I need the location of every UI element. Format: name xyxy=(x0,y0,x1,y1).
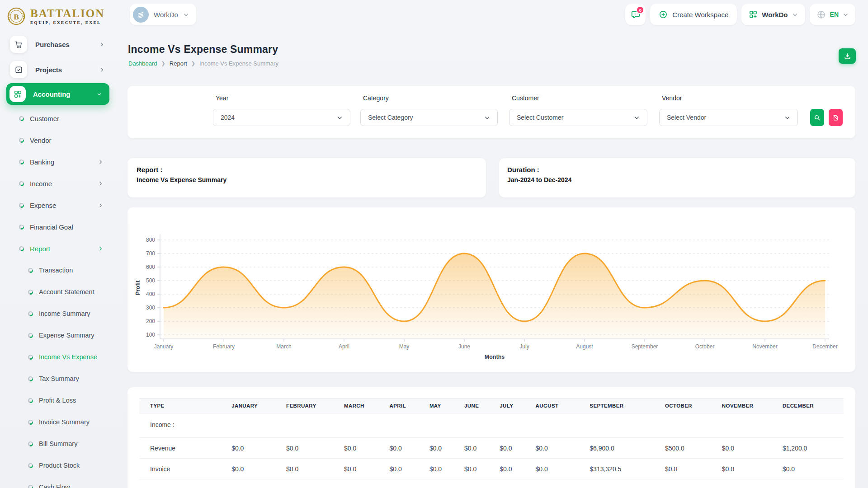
cell-value: $0.0 xyxy=(231,438,286,459)
workspace-selector[interactable]: WorkDo xyxy=(130,4,196,25)
cell-value: $0.0 xyxy=(783,459,844,479)
svg-text:300: 300 xyxy=(146,305,155,311)
sidebar-item-label: Financial Goal xyxy=(30,223,73,231)
svg-text:September: September xyxy=(632,343,658,350)
bullet-icon xyxy=(19,160,24,164)
chevron-right-icon xyxy=(99,67,104,72)
sidebar-item-customer[interactable]: Customer xyxy=(0,108,116,129)
year-label: Year xyxy=(216,94,228,102)
workspace-label: WorkDo xyxy=(154,11,178,19)
bullet-icon xyxy=(28,355,33,360)
table-body: Income :Revenue$0.0$0.0$0.0$0.0$0.0$0.0$… xyxy=(139,413,844,488)
sidebar-item-product-stock[interactable]: Product Stock xyxy=(0,455,116,476)
apply-filters-button[interactable] xyxy=(810,109,824,126)
group-row-expense: Expense : xyxy=(139,479,844,488)
customer-select[interactable]: Select Customer xyxy=(509,109,647,126)
sidebar-item-label: Expense Summary xyxy=(39,332,94,339)
sidebar-item-income-summary[interactable]: Income Summary xyxy=(0,303,116,324)
duration-card-value: Jan-2024 to Dec-2024 xyxy=(507,176,847,183)
sidebar-item-transaction[interactable]: Transaction xyxy=(0,259,116,281)
report-card-title: Report : xyxy=(137,166,477,174)
chevron-down-icon xyxy=(843,12,849,18)
download-icon xyxy=(844,52,851,60)
download-button[interactable] xyxy=(839,48,856,64)
sidebar-item-purchases[interactable]: Purchases xyxy=(0,32,116,57)
battalion-emblem-icon: B xyxy=(6,6,26,26)
row-type-label: Revenue xyxy=(139,438,231,459)
sidebar-item-financial-goal[interactable]: Financial Goal xyxy=(0,216,116,238)
breadcrumb: Dashboard ❯ Report ❯ Income Vs Expense S… xyxy=(128,60,278,67)
chevron-down-icon xyxy=(784,115,790,121)
column-header-march: MARCH xyxy=(344,399,390,413)
category-select[interactable]: Select Category xyxy=(360,109,498,126)
svg-text:February: February xyxy=(213,343,235,350)
sidebar-item-label: Tax Summary xyxy=(39,375,79,382)
report-card-value: Income Vs Expense Summary xyxy=(137,176,477,183)
svg-text:June: June xyxy=(458,343,470,350)
x-axis-title: Months xyxy=(485,354,505,360)
sidebar-item-projects[interactable]: Projects xyxy=(0,57,116,82)
svg-text:400: 400 xyxy=(146,291,155,297)
table-head: TYPEJANUARYFEBRUARYMARCHAPRILMAYJUNEJULY… xyxy=(139,399,844,413)
duration-summary-card: Duration : Jan-2024 to Dec-2024 xyxy=(499,158,855,197)
breadcrumb-report[interactable]: Report xyxy=(170,60,187,67)
sidebar-item-profit-loss[interactable]: Profit & Loss xyxy=(0,389,116,411)
sidebar-item-account-statement[interactable]: Account Statement xyxy=(0,281,116,303)
gridplus-icon xyxy=(9,86,26,102)
sidebar-item-income[interactable]: Income xyxy=(0,173,116,194)
sidebar-item-accounting[interactable]: Accounting xyxy=(6,83,109,105)
sidebar-item-label: Bill Summary xyxy=(39,440,77,447)
column-header-june: JUNE xyxy=(464,399,500,413)
column-header-may: MAY xyxy=(429,399,464,413)
cell-value: $500.0 xyxy=(665,438,722,459)
create-workspace-button[interactable]: Create Workspace xyxy=(650,4,737,25)
chevron-right-icon xyxy=(98,181,103,186)
sidebar-item-banking[interactable]: Banking xyxy=(0,151,116,173)
row-type-label: Invoice xyxy=(139,459,231,479)
breadcrumb-dashboard[interactable]: Dashboard xyxy=(128,60,157,67)
chevron-down-icon xyxy=(792,12,798,18)
category-label: Category xyxy=(363,94,389,102)
workdo-menu-label: WorkDo xyxy=(762,11,788,19)
column-header-september: SEPTEMBER xyxy=(590,399,665,413)
chevron-right-icon xyxy=(99,42,104,47)
cell-value: $0.0 xyxy=(535,459,590,479)
group-label: Income : xyxy=(139,413,844,438)
year-select[interactable]: 2024 xyxy=(213,109,350,126)
sidebar-item-expense[interactable]: Expense xyxy=(0,194,116,216)
table-row-invoice: Invoice$0.0$0.0$0.0$0.0$0.0$0.0$0.0$0.0$… xyxy=(139,459,844,479)
sidebar-item-vendor[interactable]: Vendor xyxy=(0,129,116,151)
column-header-august: AUGUST xyxy=(535,399,590,413)
reset-filters-button[interactable] xyxy=(829,109,843,126)
file-slash-icon xyxy=(832,114,839,121)
cell-value: $0.0 xyxy=(429,459,464,479)
brand-name: BATTALION xyxy=(30,8,104,19)
svg-text:May: May xyxy=(399,343,410,350)
bullet-icon xyxy=(28,268,33,273)
vendor-select[interactable]: Select Vendor xyxy=(659,109,798,126)
sidebar-item-cash-flow[interactable]: Cash Flow xyxy=(0,476,116,488)
cell-value: $0.0 xyxy=(722,459,783,479)
sidebar-item-label: Banking xyxy=(30,158,54,166)
brand-logo[interactable]: B BATTALION EQUIP, EXECUTE, EXEL xyxy=(6,5,119,28)
cell-value: $0.0 xyxy=(344,438,390,459)
chevron-down-icon xyxy=(97,92,102,97)
sidebar-item-bill-summary[interactable]: Bill Summary xyxy=(0,433,116,455)
y-axis-title: Profit xyxy=(135,280,141,295)
sidebar-item-invoice-summary[interactable]: Invoice Summary xyxy=(0,411,116,433)
sidebar-item-income-vs-expense[interactable]: Income Vs Expense xyxy=(0,346,116,368)
sidebar-nav: PurchasesProjectsAccountingCustomerVendo… xyxy=(0,29,116,488)
language-selector[interactable]: EN xyxy=(810,4,855,25)
sidebar-item-report[interactable]: Report xyxy=(0,238,116,259)
chevron-down-icon xyxy=(337,115,343,121)
sidebar-item-expense-summary[interactable]: Expense Summary xyxy=(0,324,116,346)
svg-text:March: March xyxy=(276,343,291,350)
messages-button[interactable]: 0 xyxy=(625,4,646,25)
sidebar-item-tax-summary[interactable]: Tax Summary xyxy=(0,368,116,389)
cell-value: $0.0 xyxy=(390,438,429,459)
column-header-april: APRIL xyxy=(390,399,429,413)
workdo-menu-button[interactable]: WorkDo xyxy=(741,4,805,25)
table-header-row: TYPEJANUARYFEBRUARYMARCHAPRILMAYJUNEJULY… xyxy=(139,399,844,413)
column-header-type: TYPE xyxy=(139,399,231,413)
report-table-card: TYPEJANUARYFEBRUARYMARCHAPRILMAYJUNEJULY… xyxy=(127,387,855,488)
